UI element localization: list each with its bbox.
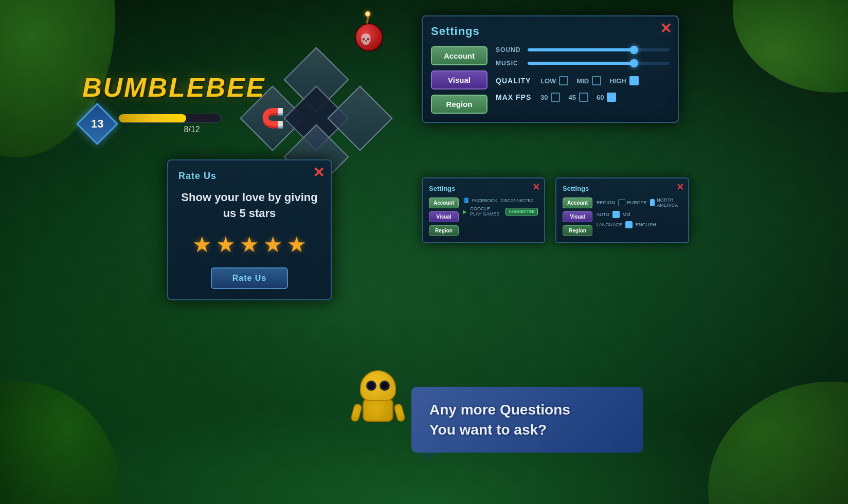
- robot-arm-right: [393, 403, 406, 423]
- sound-slider[interactable]: [528, 48, 670, 51]
- rate-us-message: Show your love by giving us 5 stars: [178, 190, 320, 222]
- star-5[interactable]: ★: [287, 232, 306, 257]
- quality-mid-checkbox[interactable]: [592, 76, 601, 85]
- small-1-close[interactable]: ✕: [532, 182, 540, 193]
- small-2-nav-account[interactable]: Account: [563, 197, 592, 208]
- robot-character: [350, 370, 406, 437]
- leaf-decoration-tr: [704, 0, 848, 103]
- sound-slider-fill: [528, 48, 634, 51]
- small-2-nav-visual[interactable]: Visual: [563, 211, 592, 222]
- xp-bar-background: [118, 114, 221, 123]
- fps-30-label: 30: [540, 94, 548, 101]
- rate-us-panel: Rate Us ✕ Show your love by giving us 5 …: [167, 159, 332, 300]
- fps-options: 30 45 60: [540, 93, 616, 102]
- fps-label: MAX FPS: [496, 93, 534, 101]
- ability-grid: 💀 🧲: [252, 31, 386, 175]
- fps-row: MAX FPS 30 45 60: [496, 93, 670, 102]
- google-label: GOOGLE PLAY GAMES: [470, 206, 502, 217]
- star-2[interactable]: ★: [216, 232, 236, 257]
- small-1-nav-account[interactable]: Account: [429, 197, 459, 208]
- language-row: LANGUAGE ENGLISH: [597, 221, 682, 228]
- rate-us-button[interactable]: Rate Us: [211, 267, 288, 289]
- language-label: LANGUAGE: [597, 222, 622, 227]
- google-status: CONNECTED: [506, 208, 538, 215]
- settings-panel-main: Settings ✕ Account Visual Region SOUND M…: [422, 15, 679, 123]
- fps-60-checkbox[interactable]: [607, 93, 616, 102]
- small-2-nav-region[interactable]: Region: [563, 225, 592, 236]
- xp-bar-fill: [119, 114, 186, 122]
- region-europe[interactable]: EUROPE: [618, 199, 647, 206]
- region-europe-checkbox[interactable]: [618, 199, 625, 206]
- magnet-icon: 🧲: [261, 107, 284, 129]
- small-1-layout: Account Visual Region 📘 FACEBOOK DISCONN…: [429, 197, 538, 236]
- google-play-icon: ▶: [463, 209, 467, 214]
- facebook-label: FACEBOOK: [472, 198, 498, 203]
- fps-30-checkbox[interactable]: [551, 93, 560, 102]
- robot-head: [360, 370, 396, 401]
- xp-text: 8/12: [118, 125, 265, 134]
- fps-60-label: 60: [597, 94, 604, 101]
- fps-45-checkbox[interactable]: [579, 93, 588, 102]
- small-1-nav-region[interactable]: Region: [429, 225, 459, 236]
- robot-arm-left: [350, 403, 363, 423]
- rate-us-close-button[interactable]: ✕: [313, 166, 324, 180]
- rate-us-title: Rate Us: [178, 171, 320, 182]
- small-1-title: Settings: [429, 185, 538, 192]
- settings-nav: Account Visual Region: [431, 46, 488, 114]
- region-europe-label: EUROPE: [627, 200, 647, 205]
- fps-60[interactable]: 60: [597, 93, 616, 102]
- bomb-spark: [365, 11, 370, 16]
- settings-panel-small-1: Settings ✕ Account Visual Region 📘 FACEB…: [422, 177, 545, 243]
- settings-layout: Account Visual Region SOUND MUSIC: [431, 46, 670, 114]
- settings-content: SOUND MUSIC QUALITY LOW: [496, 46, 670, 114]
- star-4[interactable]: ★: [263, 232, 283, 257]
- settings-nav-visual[interactable]: Visual: [431, 70, 488, 89]
- small-1-nav-visual[interactable]: Visual: [429, 211, 459, 222]
- quality-value: Mid: [623, 212, 630, 217]
- small-1-content: 📘 FACEBOOK DISCONNECTED ▶ GOOGLE PLAY GA…: [463, 197, 538, 236]
- fps-45[interactable]: 45: [568, 93, 588, 102]
- quality-label: QUALITY: [496, 77, 534, 85]
- small-1-nav: Account Visual Region: [429, 197, 459, 236]
- bomb-icon-area: 💀: [352, 10, 388, 51]
- question-line1: Any more Questions: [429, 400, 625, 420]
- stars-row: ★ ★ ★ ★ ★: [178, 232, 320, 257]
- quality-mid-label: MID: [576, 77, 589, 85]
- player-level-row: 13 8/12: [82, 109, 265, 139]
- music-row: MUSIC: [496, 60, 670, 67]
- star-1[interactable]: ★: [192, 232, 212, 257]
- robot-eye-right: [380, 381, 390, 391]
- small-2-close[interactable]: ✕: [676, 182, 684, 193]
- small-2-content: REGION EUROPE NORTH AMERICA AUTO Mid LAN…: [597, 197, 682, 236]
- star-3[interactable]: ★: [240, 232, 259, 257]
- region-label: REGION: [597, 200, 615, 205]
- quality-options: LOW MID HIGH: [540, 76, 639, 85]
- language-checkbox[interactable]: [625, 221, 633, 228]
- auto-quality-row: AUTO Mid: [597, 211, 682, 218]
- quality-low[interactable]: LOW: [540, 76, 568, 85]
- quality-mid[interactable]: MID: [576, 76, 601, 85]
- google-row: ▶ GOOGLE PLAY GAMES CONNECTED: [463, 206, 538, 217]
- settings-close-button[interactable]: ✕: [660, 22, 672, 36]
- facebook-row: 📘 FACEBOOK DISCONNECTED: [463, 197, 538, 203]
- settings-title: Settings: [431, 25, 670, 38]
- region-na[interactable]: NORTH AMERICA: [650, 197, 682, 208]
- quality-high-checkbox[interactable]: [629, 76, 639, 85]
- settings-nav-region[interactable]: Region: [431, 95, 488, 114]
- fps-30[interactable]: 30: [540, 93, 560, 102]
- quality-low-checkbox[interactable]: [559, 76, 568, 85]
- robot-body: [363, 399, 393, 422]
- ability-slot-right[interactable]: [327, 85, 392, 151]
- music-slider[interactable]: [528, 62, 670, 65]
- settings-nav-account[interactable]: Account: [431, 46, 488, 65]
- auto-checkbox[interactable]: [612, 211, 620, 218]
- quality-low-label: LOW: [540, 77, 556, 85]
- settings-panel-small-2: Settings ✕ Account Visual Region REGION …: [555, 177, 689, 243]
- small-2-title: Settings: [563, 185, 682, 192]
- quality-high[interactable]: HIGH: [609, 76, 639, 85]
- region-na-label: NORTH AMERICA: [657, 197, 682, 208]
- facebook-icon: 📘: [463, 197, 469, 203]
- small-2-nav: Account Visual Region: [563, 197, 592, 236]
- facebook-status: DISCONNECTED: [501, 198, 534, 203]
- region-na-checkbox[interactable]: [650, 199, 655, 206]
